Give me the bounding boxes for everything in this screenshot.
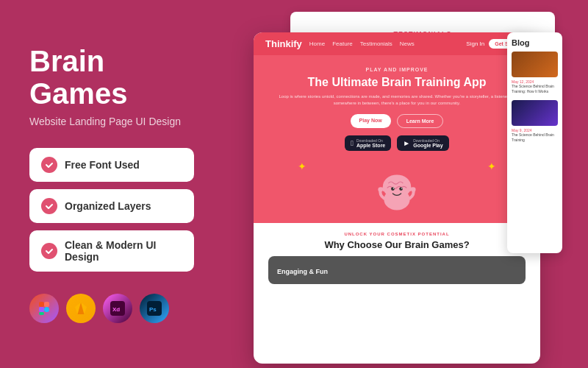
google-play-button[interactable]: ► Downloaded On Google Play: [397, 135, 448, 151]
svg-point-4: [44, 307, 49, 312]
svg-point-13: [391, 187, 395, 191]
nav-news: News: [400, 40, 415, 47]
main-title: Brain Games: [29, 45, 194, 110]
hero-desc: Loop is where stories untold, connection…: [268, 93, 526, 107]
sketch-icon: [66, 294, 96, 323]
blog-image-1: [512, 52, 558, 77]
nav-brand: Thinkify: [265, 38, 302, 49]
play-now-button[interactable]: Play Now: [351, 114, 391, 128]
figma-icon: [29, 294, 59, 323]
sparkle-right: ✦: [487, 160, 496, 172]
preview-container: Testimonials Thinkify Home Feature Testi…: [246, 12, 562, 365]
apple-store-button[interactable]:  Downloaded On Apple Store: [345, 135, 391, 151]
side-blog-panel: Blog May 12, 2024 The Science Behind Bra…: [507, 32, 562, 253]
svg-point-12: [383, 175, 411, 199]
nav-links: Home Feature Testimonials News: [309, 40, 459, 47]
why-card: Engaging & Fun: [268, 256, 526, 284]
why-card-title: Engaging & Fun: [277, 268, 328, 275]
svg-rect-0: [39, 302, 44, 307]
subtitle: Website Landing Page UI Design: [29, 116, 194, 127]
svg-rect-1: [44, 302, 49, 307]
nav-home: Home: [309, 40, 325, 47]
blog-text-1: The Science Behind Brain Training: How I…: [512, 84, 558, 94]
preview-navbar: Thinkify Home Feature Testimonials News …: [254, 32, 540, 55]
svg-point-14: [399, 187, 403, 191]
why-section: Unlock Your Cosmetix Potential Why Choos…: [254, 223, 540, 290]
svg-point-15: [393, 188, 395, 189]
check-icon-3: [41, 243, 57, 259]
main-preview-card: Thinkify Home Feature Testimonials News …: [254, 32, 540, 364]
blog-item-2: May 9, 2024 The Science Behind Brain Tra…: [512, 100, 558, 143]
tool-icons: Xd Ps: [29, 294, 194, 323]
nav-signin: Sign In: [466, 40, 484, 47]
why-title: Why Choose Our Brain Games?: [268, 239, 526, 250]
badge-free-font-label: Free Font Used: [65, 159, 140, 171]
svg-text:Ps: Ps: [149, 306, 157, 313]
svg-rect-2: [39, 307, 44, 312]
badge-organized-layers-label: Organized Layers: [65, 200, 151, 212]
hero-title: The Ultimate Brain Training App: [268, 75, 526, 89]
check-icon-2: [41, 198, 57, 214]
blog-item-1: May 12, 2024 The Science Behind Brain Tr…: [512, 52, 558, 94]
right-panel: Testimonials Thinkify Home Feature Testi…: [220, 0, 588, 368]
google-play-name: Google Play: [413, 143, 442, 148]
learn-more-button[interactable]: Learn More: [397, 114, 444, 128]
svg-text:Xd: Xd: [112, 306, 120, 313]
brain-illustration: ✦ ✦: [268, 157, 526, 223]
sparkle-left: ✦: [298, 160, 306, 172]
blog-image-2: [512, 100, 558, 126]
svg-rect-3: [39, 312, 44, 315]
ps-icon: Ps: [140, 294, 169, 323]
store-buttons:  Downloaded On Apple Store ► Downloaded…: [268, 135, 526, 151]
xd-icon: Xd: [103, 294, 132, 323]
hero-buttons: Play Now Learn More: [268, 114, 526, 128]
side-blog-title: Blog: [512, 38, 558, 47]
check-icon-1: [41, 157, 57, 173]
badge-organized-layers: Organized Layers: [29, 189, 194, 223]
nav-feature: Feature: [332, 40, 353, 47]
hero-section: Play and Improve The Ultimate Brain Trai…: [254, 55, 540, 223]
svg-point-17: [378, 187, 382, 191]
apple-store-name: Apple Store: [356, 143, 385, 148]
svg-point-16: [401, 188, 403, 189]
badge-free-font: Free Font Used: [29, 148, 194, 182]
brain-svg: [368, 164, 426, 223]
nav-testimonials: Testimonials: [360, 40, 392, 47]
hero-tag: Play and Improve: [268, 67, 526, 72]
badge-clean-ui: Clean & Modern UI Design: [29, 230, 194, 272]
left-panel: Brain Games Website Landing Page UI Desi…: [0, 0, 220, 368]
badge-clean-ui-label: Clean & Modern UI Design: [65, 239, 182, 263]
why-tag: Unlock Your Cosmetix Potential: [268, 232, 526, 236]
blog-text-2: The Science Behind Brain Training: [512, 132, 558, 143]
svg-point-18: [411, 187, 415, 191]
